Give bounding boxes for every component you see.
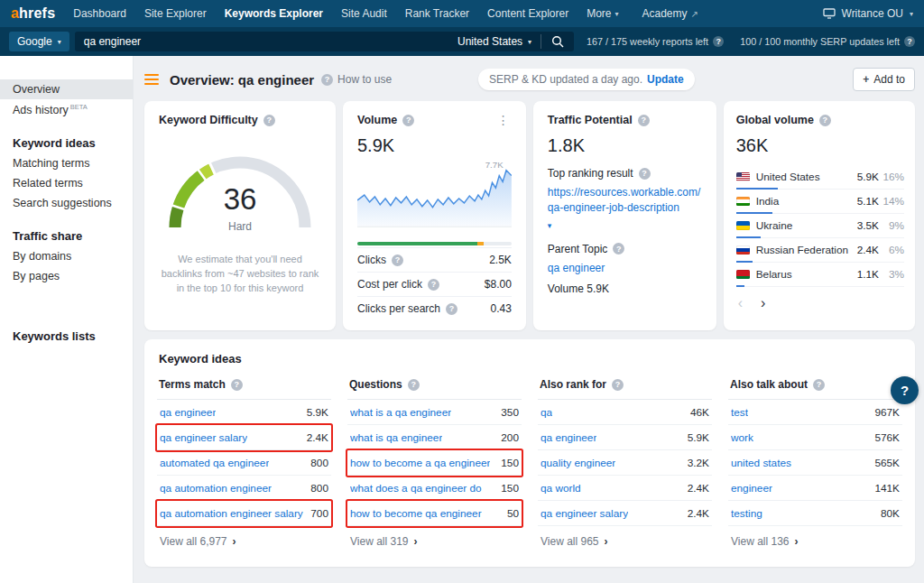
help-icon[interactable]: ?	[813, 379, 825, 391]
keyword-volume: 5.9K	[680, 431, 709, 444]
keyword-link[interactable]: qa automation engineer salary	[160, 507, 303, 520]
sidebar-item-ads-history[interactable]: Ads historyBETA	[0, 99, 133, 120]
how-to-use-link[interactable]: ?How to use	[321, 73, 392, 86]
keyword-link[interactable]: how to become a qa engineer	[350, 457, 490, 469]
keyword-row: work576K	[728, 425, 902, 450]
view-all-link[interactable]: View all 6,977›	[157, 526, 331, 548]
top-ranking-url-link[interactable]: https://resources.workable.com/qa-engine…	[548, 185, 702, 216]
main-content: Overview: qa engineer ?How to use SERP &…	[134, 56, 924, 583]
help-icon[interactable]: ?	[428, 279, 439, 291]
help-fab-button[interactable]: ?	[891, 376, 919, 404]
update-link[interactable]: Update	[647, 73, 684, 86]
sidebar-item-search-suggestions[interactable]: Search suggestions	[0, 193, 133, 213]
keyword-link[interactable]: how to become qa engineer	[350, 507, 482, 520]
help-icon[interactable]: ?	[713, 36, 724, 47]
parent-topic-label: Parent Topic?	[548, 243, 702, 255]
search-icon	[551, 35, 564, 48]
kebab-menu-icon[interactable]: ⋮	[495, 114, 512, 126]
keyword-link[interactable]: qa engineer	[160, 406, 216, 419]
view-all-link[interactable]: View all 965›	[538, 526, 712, 548]
keyword-volume: 150	[494, 457, 519, 469]
keyword-row: qa engineer5.9K	[538, 425, 712, 450]
academy-link[interactable]: Academy↗	[642, 7, 698, 20]
chevron-right-icon: ›	[605, 535, 608, 548]
country-row: Russian Federation2.4K6%	[736, 238, 904, 263]
ahrefs-logo[interactable]: ahrefs	[11, 5, 55, 22]
keyword-link[interactable]: test	[731, 406, 748, 419]
add-to-button[interactable]: +Add to	[853, 68, 915, 91]
nav-item-content-explorer[interactable]: Content Explorer	[487, 7, 568, 20]
parent-topic-link[interactable]: qa engineer	[548, 261, 702, 276]
search-button[interactable]	[541, 32, 574, 51]
keyword-link[interactable]: engineer	[731, 482, 772, 495]
help-icon[interactable]: ?	[639, 168, 651, 180]
kd-difficulty-label: Hard	[159, 220, 321, 233]
help-icon[interactable]: ?	[638, 115, 650, 126]
keyword-link[interactable]: testing	[731, 507, 762, 520]
column-header: Questions?	[347, 373, 522, 400]
help-icon[interactable]: ?	[408, 379, 420, 391]
keyword-link[interactable]: quality engineer	[541, 457, 615, 469]
help-icon[interactable]: ?	[231, 379, 243, 391]
paid-clicks-segment	[477, 242, 484, 245]
global-volume-value: 36K	[736, 135, 904, 156]
help-icon[interactable]: ?	[263, 115, 275, 126]
expand-caret-icon[interactable]: ▾	[548, 221, 552, 230]
clicks-row: Clicks?2.5K	[357, 247, 512, 272]
keyword-link[interactable]: qa world	[541, 482, 581, 495]
keyword-link[interactable]: qa automation engineer	[160, 482, 272, 495]
nav-item-rank-tracker[interactable]: Rank Tracker	[405, 7, 469, 20]
keyword-link[interactable]: what does a qa engineer do	[350, 482, 482, 495]
sidebar-item-matching-terms[interactable]: Matching terms	[0, 153, 133, 173]
keyword-link[interactable]: qa engineer	[541, 431, 596, 444]
help-icon[interactable]: ?	[904, 36, 915, 47]
sidebar-item-by-domains[interactable]: By domains	[0, 246, 133, 266]
help-icon[interactable]: ?	[612, 379, 624, 391]
help-icon[interactable]: ?	[446, 303, 457, 315]
volume-trend-chart: 7.7K	[357, 158, 512, 236]
chevron-right-icon: ›	[233, 535, 236, 548]
keyword-volume: 46K	[683, 406, 709, 419]
keyword-link[interactable]: qa engineer salary	[160, 431, 247, 444]
view-all-link[interactable]: View all 136›	[728, 526, 902, 548]
sidebar-item-overview[interactable]: Overview	[0, 79, 133, 99]
help-icon[interactable]: ?	[819, 115, 831, 126]
traffic-potential-value: 1.8K	[548, 135, 702, 156]
nav-item-more[interactable]: More▾	[587, 7, 618, 20]
keyword-link[interactable]: work	[731, 431, 753, 444]
nav-item-dashboard[interactable]: Dashboard	[73, 7, 126, 20]
keyword-link[interactable]: what is qa engineer	[350, 431, 442, 444]
nav-item-site-explorer[interactable]: Site Explorer	[144, 7, 207, 20]
help-icon[interactable]: ?	[613, 243, 624, 254]
nav-item-site-audit[interactable]: Site Audit	[341, 7, 387, 20]
view-all-link[interactable]: View all 319›	[347, 526, 522, 548]
keyword-link[interactable]: united states	[731, 457, 791, 469]
keyword-volume: 576K	[867, 431, 900, 444]
kd-note: We estimate that you'll need backlinks f…	[159, 253, 321, 296]
help-icon[interactable]: ?	[392, 254, 403, 266]
keyword-link[interactable]: automated qa engineer	[160, 457, 269, 469]
sidebar-item-by-pages[interactable]: By pages	[0, 266, 133, 286]
keyword-row: quality engineer3.2K	[538, 450, 712, 476]
keyword-volume: 800	[303, 482, 328, 495]
beta-badge: BETA	[70, 103, 88, 111]
weekly-reports-status: 167 / 175 weekly reports left?	[587, 36, 724, 47]
keyword-link[interactable]: what is a qa engineer	[350, 406, 451, 419]
keyword-row: what is qa engineer200	[347, 425, 522, 450]
sidebar-item-related-terms[interactable]: Related terms	[0, 173, 133, 193]
volume-value: 5.9K	[357, 135, 512, 156]
keyword-link[interactable]: qa engineer salary	[541, 507, 628, 520]
keyword-search-input[interactable]	[75, 35, 448, 48]
help-icon[interactable]: ?	[402, 115, 414, 126]
next-page-button[interactable]: ›	[761, 296, 765, 310]
card-title: Traffic Potential?	[548, 114, 702, 126]
sidebar-toggle-button[interactable]	[144, 74, 159, 85]
account-menu[interactable]: Writance OU ▾	[823, 7, 913, 20]
nav-item-keywords-explorer[interactable]: Keywords Explorer	[225, 7, 323, 20]
keyword-link[interactable]: qa	[541, 406, 552, 419]
keyword-row: engineer141K	[728, 476, 902, 501]
country-select[interactable]: United States▾	[448, 35, 541, 48]
sidebar-header-keywords-lists[interactable]: Keywords lists	[0, 326, 133, 347]
prev-page-button[interactable]: ‹	[738, 296, 743, 310]
search-engine-select[interactable]: Google▾	[9, 32, 69, 51]
